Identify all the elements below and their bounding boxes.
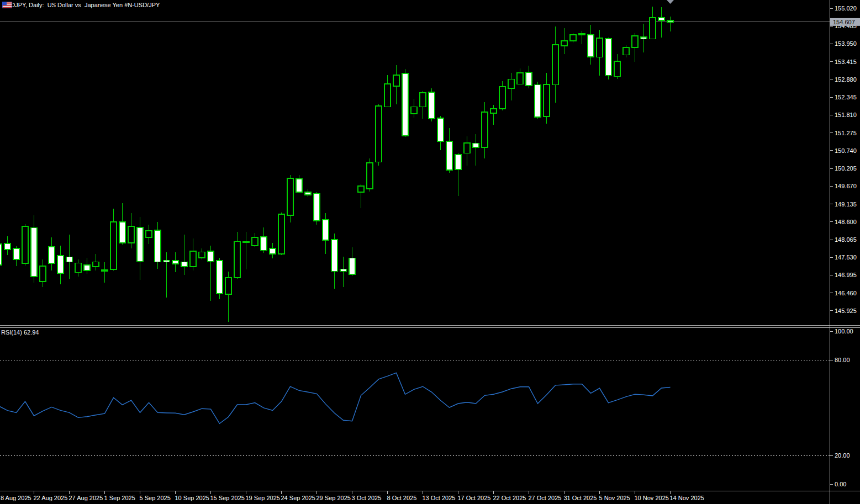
time-tick-label: 10 Nov 2025 [635,495,669,501]
candle-body [22,226,28,263]
candle [4,236,10,255]
price-tick-label: 150.740 [835,147,857,154]
candle-body [278,214,284,254]
candle [499,81,505,110]
candle [535,82,541,119]
last-bar-marker [667,0,674,4]
price-tick-label: 152.345 [835,94,857,100]
candle [349,247,355,276]
candle [305,189,311,197]
time-tick-label: 5 Nov 2025 [599,495,630,501]
candle [31,215,37,283]
candle-body [84,265,90,270]
price-tick-label: 148.065 [835,236,857,243]
candle [0,241,2,268]
time-axis[interactable]: 8 Aug 202522 Aug 202527 Aug 20251 Sep 20… [0,491,704,502]
price-tick-label: 149.670 [835,183,857,189]
candle [22,224,28,266]
time-tick-label: 17 Oct 2025 [458,495,491,501]
candle-body [561,41,567,46]
candle [234,232,240,279]
candle [13,246,19,266]
candle-body [349,258,355,274]
time-tick-label: 8 Aug 2025 [1,495,31,501]
candle-body [641,37,647,39]
candle-body [137,227,143,261]
candle [650,7,656,39]
candle-body [437,118,444,141]
candle [579,31,585,44]
candle-body [234,241,240,278]
price-tick-label: 145.925 [835,307,857,314]
candle-body [314,194,320,221]
price-tick-label: 147.530 [835,254,857,261]
candle [243,232,249,269]
candle-body [323,220,329,240]
candle [526,66,532,88]
candle [172,252,178,272]
price-axis[interactable]: 155.020154.485153.950153.415152.880152.3… [830,5,857,314]
candle-body [455,155,461,169]
candle [323,213,329,254]
candle [570,33,576,43]
candle [278,213,284,255]
candle [181,235,187,275]
candle [429,88,435,121]
candle-body [102,270,108,271]
candle-body [252,237,258,246]
candle [393,65,399,104]
candle-body [597,38,603,57]
candle-body [172,261,178,264]
candle-body [552,45,558,84]
candle-body [632,36,638,47]
price-tick-label: 151.810 [835,112,857,118]
rsi-tick-label: 0.00 [835,481,846,487]
candle-body [358,186,364,192]
time-tick-label: 22 Aug 2025 [34,495,68,501]
candle-body [490,109,497,113]
candle [217,258,223,299]
time-tick-label: 19 Sep 2025 [246,495,280,501]
price-tick-label: 150.205 [835,165,857,172]
time-tick-label: 14 Nov 2025 [670,495,704,501]
candle-body [499,87,505,109]
price-tick-label: 148.600 [835,219,857,225]
price-badge-label: 154.607 [833,19,855,25]
price-tick-label: 153.415 [835,59,857,65]
candle [402,69,408,137]
candle-body [31,228,37,277]
candle-body [296,179,302,192]
candle-body [570,35,576,41]
rsi-tick-label: 100.00 [835,328,853,335]
candle-body [376,106,382,162]
candle [455,153,461,196]
time-tick-label: 1 Sep 2025 [104,495,135,501]
time-tick-label: 10 Sep 2025 [175,495,209,501]
candle-body [579,34,585,35]
candle-body [128,226,134,243]
rsi-line [0,373,671,423]
price-tick-label: 146.995 [835,272,857,278]
mt-chart-window: USDJPY, Daily: US Dollar vs Japanese Yen… [0,0,860,504]
candle [49,237,55,270]
candle-body [544,84,550,116]
candle-body [119,222,125,243]
rsi-axis[interactable]: 100.0080.0020.000.00 [830,328,853,487]
candle-body [261,237,267,251]
candle [384,75,391,107]
chart-title-bar: USDJPY, Daily: US Dollar vs Japanese Yen… [2,2,160,8]
candle [146,225,152,244]
candle-body [446,141,452,170]
candle [287,175,293,222]
candle-body [473,144,479,147]
time-tick-label: 29 Sep 2025 [316,495,351,501]
rsi-indicator-label: RSI(14) 62.94 [1,329,39,336]
candle [482,102,488,158]
candle [632,33,638,62]
candle-body [508,79,514,88]
candle [367,158,373,192]
time-tick-label: 8 Oct 2025 [387,495,417,501]
candle-body [367,163,373,189]
price-tick-label: 149.135 [835,201,857,208]
price-chart-canvas[interactable]: 155.020154.485153.950153.415152.880152.3… [0,0,860,504]
